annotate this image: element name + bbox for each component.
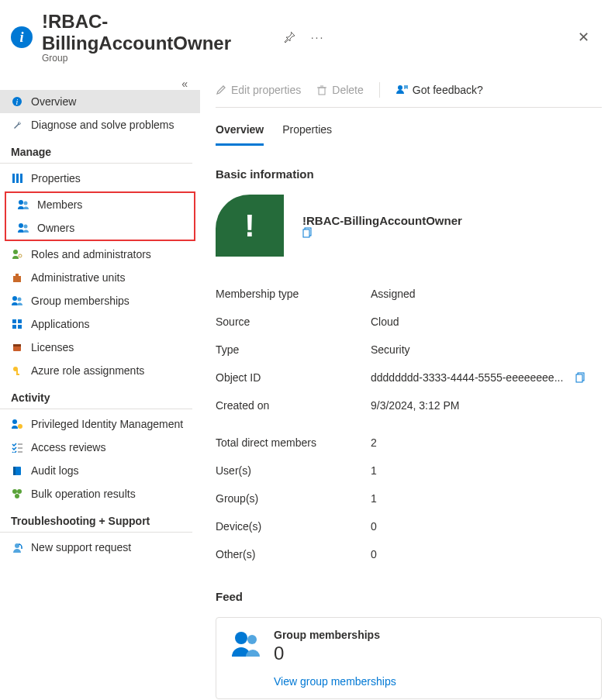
cmd-label: Got feedback?	[413, 84, 483, 96]
sidebar-item-support[interactable]: New support request	[0, 536, 200, 559]
license-icon	[11, 341, 23, 353]
svg-point-5	[19, 200, 23, 205]
separator	[379, 82, 380, 98]
info-icon: i	[11, 95, 23, 108]
svg-point-9	[13, 250, 18, 254]
svg-rect-2	[12, 174, 15, 183]
sidebar-item-audit-logs[interactable]: Audit logs	[0, 459, 200, 482]
svg-rect-17	[12, 325, 16, 329]
sidebar-item-label: New support request	[31, 541, 131, 553]
feedback-button[interactable]: Got feedback?	[396, 84, 483, 96]
sidebar-item-label: Owners	[37, 222, 74, 234]
collapse-sidebar-icon[interactable]: «	[0, 78, 200, 90]
v-source: Cloud	[371, 316, 602, 328]
k-type: Type	[216, 343, 371, 356]
page-subtitle: Group	[42, 53, 271, 64]
k-total: Total direct members	[216, 436, 371, 449]
svg-text:i: i	[16, 98, 19, 106]
svg-point-8	[24, 225, 28, 229]
sidebar-item-admin-units[interactable]: Administrative units	[0, 266, 200, 289]
pim-icon	[11, 418, 23, 430]
people-icon	[230, 629, 261, 660]
blade-header: i !RBAC-BillingAccountOwner Group ··· ✕	[0, 0, 608, 71]
svg-point-38	[398, 85, 402, 90]
v-devices[interactable]: 0	[371, 520, 602, 533]
page-title: !RBAC-BillingAccountOwner	[42, 11, 271, 54]
k-devices: Device(s)	[216, 520, 371, 533]
sidebar-group-support: Troubleshooting + Support	[0, 505, 192, 533]
tab-overview[interactable]: Overview	[216, 123, 264, 146]
sidebar-item-label: Bulk operation results	[31, 488, 136, 500]
svg-rect-20	[13, 344, 21, 347]
cmd-label: Edit properties	[231, 84, 301, 96]
svg-rect-4	[20, 174, 22, 183]
wrench-icon	[11, 119, 23, 131]
edit-properties-button[interactable]: Edit properties	[216, 84, 301, 96]
svg-point-33	[15, 494, 19, 498]
key-icon	[11, 364, 23, 377]
k-created: Created on	[216, 399, 371, 412]
more-icon[interactable]: ···	[308, 28, 328, 47]
sidebar-item-label: Properties	[31, 172, 81, 184]
sidebar-group-activity: Activity	[0, 382, 192, 409]
k-membership-type: Membership type	[216, 288, 371, 300]
bulk-icon	[11, 488, 23, 500]
sidebar-item-owners[interactable]: Owners	[6, 216, 194, 240]
sidebar-item-overview[interactable]: i Overview	[0, 90, 200, 113]
sidebar-item-applications[interactable]: Applications	[0, 312, 200, 336]
person-key-icon	[11, 248, 23, 260]
feed-card-title: Group memberships	[274, 629, 396, 641]
sidebar-item-label: Overview	[31, 95, 76, 108]
svg-rect-42	[576, 374, 582, 382]
feedback-icon	[396, 84, 408, 96]
v-groups[interactable]: 1	[371, 492, 602, 505]
sidebar-item-licenses[interactable]: Licenses	[0, 336, 200, 359]
k-others: Other(s)	[216, 548, 371, 560]
v-others[interactable]: 0	[371, 548, 602, 560]
sidebar-item-access-reviews[interactable]: Access reviews	[0, 436, 200, 459]
v-total[interactable]: 2	[371, 436, 602, 449]
k-users: User(s)	[216, 464, 371, 477]
sidebar-item-label: Group memberships	[31, 295, 130, 307]
sidebar-item-properties[interactable]: Properties	[0, 167, 200, 190]
copy-name-icon[interactable]	[302, 227, 468, 238]
svg-rect-23	[16, 374, 19, 375]
copy-objectid-icon[interactable]	[575, 372, 586, 383]
svg-rect-15	[12, 319, 16, 323]
close-icon[interactable]: ✕	[575, 26, 592, 49]
svg-rect-12	[16, 274, 19, 277]
sidebar-item-bulk-results[interactable]: Bulk operation results	[0, 482, 200, 505]
sidebar-item-diagnose[interactable]: Diagnose and solve problems	[0, 113, 200, 136]
people-icon	[17, 198, 29, 211]
sidebar-item-label: Azure role assignments	[31, 364, 144, 377]
grid-icon	[11, 318, 23, 330]
basic-info-heading: Basic information	[216, 167, 602, 181]
feed-heading: Feed	[216, 590, 602, 603]
people-icon	[11, 295, 23, 307]
v-type: Security	[371, 343, 602, 356]
support-icon	[11, 541, 23, 553]
group-hero: ! !RBAC-BillingAccountOwner	[216, 195, 602, 257]
v-membership-type: Assigned	[371, 288, 602, 300]
v-users[interactable]: 1	[371, 464, 602, 477]
sidebar-item-role-assignments[interactable]: Azure role assignments	[0, 359, 200, 382]
pin-icon[interactable]	[280, 28, 299, 47]
sidebar-item-pim[interactable]: Privileged Identity Management	[0, 412, 200, 436]
tab-properties[interactable]: Properties	[282, 123, 332, 146]
org-icon	[11, 271, 23, 284]
delete-button[interactable]: Delete	[316, 84, 363, 96]
view-group-memberships-link[interactable]: View group memberships	[274, 675, 396, 688]
k-objectid: Object ID	[216, 371, 371, 384]
svg-rect-3	[16, 174, 19, 183]
sidebar-item-label: Diagnose and solve problems	[31, 119, 174, 131]
sidebar-item-members[interactable]: Members	[6, 193, 194, 216]
sidebar-item-roles[interactable]: Roles and administrators	[0, 243, 200, 266]
sidebar: « i Overview Diagnose and solve problems…	[0, 71, 200, 700]
book-icon	[11, 464, 23, 477]
group-tile-icon: !	[216, 195, 284, 257]
sidebar-item-group-memberships[interactable]: Group memberships	[0, 289, 200, 312]
feed-card-value: 0	[274, 643, 396, 664]
svg-rect-11	[13, 276, 21, 282]
sidebar-item-label: Applications	[31, 318, 90, 330]
info-icon: i	[11, 26, 33, 48]
